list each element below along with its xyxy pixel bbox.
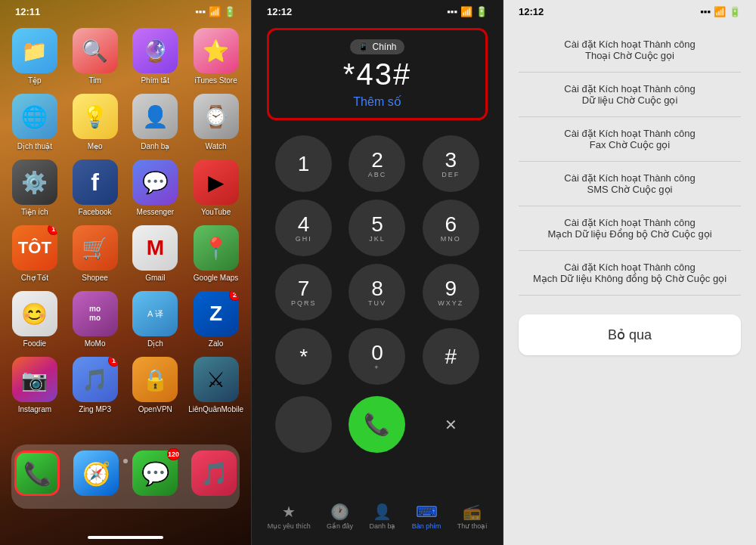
app-tim[interactable]: 🔍Tim bbox=[68, 28, 122, 85]
app-icon-meo: 💡 bbox=[73, 94, 118, 139]
key-4[interactable]: 4GHI bbox=[275, 200, 332, 256]
tab-voicemail[interactable]: 📻Thư thoại bbox=[457, 503, 488, 530]
tab-favorites[interactable]: ★Mục yêu thích bbox=[268, 503, 311, 530]
app-phimtat[interactable]: 🔮Phím tắt bbox=[128, 28, 182, 85]
result-sub-1: Dữ liệu Chờ Cuộc gọi bbox=[519, 94, 741, 106]
key-*[interactable]: * bbox=[275, 328, 332, 385]
app-momo[interactable]: momoMoMo bbox=[68, 291, 122, 348]
dial-number: *43# bbox=[343, 57, 411, 91]
app-dich2[interactable]: A 译Dịch bbox=[128, 291, 182, 348]
dock-safari[interactable]: 🧭 bbox=[73, 451, 119, 496]
keypad-bottom-row: 📞 ✕ bbox=[252, 392, 503, 457]
result-title-3: Cài đặt Kích hoạt Thành công bbox=[519, 172, 741, 184]
app-danba[interactable]: 👤Danh bạ bbox=[128, 94, 182, 150]
app-youtube[interactable]: ▶YouTube bbox=[188, 159, 243, 216]
app-tienich[interactable]: ⚙️Tiện ích bbox=[8, 159, 62, 216]
app-label-itunes: iTunes Store bbox=[194, 76, 237, 85]
dock-messages[interactable]: 💬120 bbox=[132, 451, 178, 496]
app-icon-tep: 📁 bbox=[12, 28, 57, 73]
app-zing[interactable]: 🎵1Zing MP3 bbox=[68, 357, 122, 413]
dock-badge-messages: 120 bbox=[167, 448, 180, 460]
result-item-5: Cài đặt Kích hoạt Thành côngMạch Dữ liệu… bbox=[519, 251, 741, 296]
tab-keypad[interactable]: ⌨Bàn phím bbox=[412, 503, 442, 530]
result-title-4: Cài đặt Kích hoạt Thành công bbox=[519, 217, 741, 228]
tab-label-voicemail: Thư thoại bbox=[457, 522, 488, 530]
key-5[interactable]: 5JKL bbox=[349, 200, 405, 256]
app-label-tep: Tệp bbox=[28, 76, 42, 85]
delete-button[interactable]: ✕ bbox=[423, 396, 479, 453]
key-sub-3: DEF bbox=[442, 171, 460, 178]
tab-contacts[interactable]: 👤Danh bạ bbox=[369, 503, 395, 530]
app-icon-instagram: 📷 bbox=[12, 357, 57, 402]
battery-icon-2: 🔋 bbox=[476, 6, 488, 17]
app-icon-dich2: A 译 bbox=[132, 291, 178, 336]
app-label-dich: Dịch thuật bbox=[17, 142, 52, 150]
app-label-tienich: Tiện ích bbox=[21, 208, 48, 216]
key-2[interactable]: 2ABC bbox=[349, 135, 405, 192]
app-instagram[interactable]: 📷Instagram bbox=[8, 357, 62, 413]
result-title-1: Cài đặt Kích hoạt Thành công bbox=[519, 83, 741, 94]
status-icons-3: ▪▪▪ 📶 🔋 bbox=[700, 6, 741, 17]
signal-icon-2: ▪▪▪ bbox=[447, 6, 457, 17]
result-sub-3: SMS Chờ Cuộc gọi bbox=[519, 184, 741, 195]
app-openvpn[interactable]: 🔒OpenVPN bbox=[128, 357, 182, 413]
app-icon-tienich: ⚙️ bbox=[12, 159, 57, 205]
key-num-0: 0 bbox=[371, 342, 383, 364]
app-icon-foodie: 😊 bbox=[12, 291, 57, 336]
app-grid: 📁Tệp🔍Tim🔮Phím tắt⭐iTunes Store🌐Dịch thuậ… bbox=[0, 20, 251, 421]
key-num-7: 7 bbox=[298, 278, 310, 299]
app-foodie[interactable]: 😊Foodie bbox=[8, 291, 62, 348]
app-icon-itunes: ⭐ bbox=[194, 28, 239, 73]
signal-icon-3: ▪▪▪ bbox=[700, 6, 711, 17]
app-icon-phimtat: 🔮 bbox=[132, 28, 178, 73]
key-6[interactable]: 6MNO bbox=[423, 200, 479, 256]
dialer-display: 📱 Chính *43# Thêm số bbox=[267, 28, 488, 120]
dock-music[interactable]: 🎵 bbox=[191, 451, 237, 496]
key-7[interactable]: 7PQRS bbox=[275, 264, 332, 320]
add-number[interactable]: Thêm số bbox=[353, 94, 401, 109]
battery-icon-3: 🔋 bbox=[729, 6, 741, 17]
app-facebook[interactable]: fFacebook bbox=[68, 159, 122, 216]
app-shopee[interactable]: 🛒Shopee bbox=[68, 225, 122, 282]
app-watch[interactable]: ⌚Watch bbox=[188, 94, 243, 150]
app-chotto[interactable]: TÔT1Chợ Tốt bbox=[8, 225, 62, 282]
app-lienquan[interactable]: ⚔LiênQuânMobile bbox=[188, 357, 243, 413]
key-num-3: 3 bbox=[445, 150, 457, 171]
app-gmail[interactable]: MGmail bbox=[128, 225, 182, 282]
phone2-dialer: 12:12 ▪▪▪ 📶 🔋 📱 Chính *43# Thêm số 12ABC… bbox=[252, 0, 503, 545]
key-9[interactable]: 9WXYZ bbox=[423, 264, 479, 320]
tab-label-contacts: Danh bạ bbox=[369, 522, 395, 530]
key-num-1: 1 bbox=[298, 153, 310, 175]
app-dich[interactable]: 🌐Dịch thuật bbox=[8, 94, 62, 150]
result-sub-2: Fax Chờ Cuộc gọi bbox=[519, 139, 741, 150]
skip-button[interactable]: Bỏ qua bbox=[519, 314, 741, 355]
app-label-phimtat: Phím tắt bbox=[141, 76, 169, 85]
app-itunes[interactable]: ⭐iTunes Store bbox=[188, 28, 243, 85]
key-sub-5: JKL bbox=[369, 235, 386, 243]
app-meo[interactable]: 💡Mẹo bbox=[68, 94, 122, 150]
call-button[interactable]: 📞 bbox=[349, 396, 405, 453]
key-8[interactable]: 8TUV bbox=[349, 264, 405, 320]
result-sub-5: Mạch Dữ liệu Không đồng bộ Chờ Cuộc gọi bbox=[519, 273, 741, 284]
key-#[interactable]: # bbox=[423, 328, 479, 385]
app-zalo[interactable]: Z2Zalo bbox=[188, 291, 243, 348]
app-messenger[interactable]: 💬Messenger bbox=[128, 159, 182, 216]
app-label-chotto: Chợ Tốt bbox=[21, 274, 48, 282]
tab-recent[interactable]: 🕐Gần đây bbox=[327, 503, 353, 530]
app-icon-dich: 🌐 bbox=[12, 94, 57, 139]
app-icon-zalo: Z2 bbox=[194, 291, 239, 336]
result-item-4: Cài đặt Kích hoạt Thành côngMạch Dữ liệu… bbox=[519, 206, 741, 251]
key-1[interactable]: 1 bbox=[275, 135, 332, 192]
app-tep[interactable]: 📁Tệp bbox=[8, 28, 62, 85]
key-0[interactable]: 0+ bbox=[349, 328, 405, 385]
key-3[interactable]: 3DEF bbox=[423, 135, 479, 192]
badge-zalo: 2 bbox=[229, 291, 239, 301]
phone1-time: 12:11 bbox=[15, 6, 40, 17]
app-label-messenger: Messenger bbox=[137, 208, 174, 216]
battery-icon: 🔋 bbox=[224, 6, 236, 17]
keypad: 12ABC3DEF4GHI5JKL6MNO7PQRS8TUV9WXYZ*0+# bbox=[252, 128, 503, 392]
app-maps[interactable]: 📍Google Maps bbox=[188, 225, 243, 282]
dock-phone[interactable]: 📞 bbox=[14, 451, 60, 496]
app-icon-shopee: 🛒 bbox=[73, 225, 118, 271]
result-title-2: Cài đặt Kích hoạt Thành công bbox=[519, 128, 741, 139]
